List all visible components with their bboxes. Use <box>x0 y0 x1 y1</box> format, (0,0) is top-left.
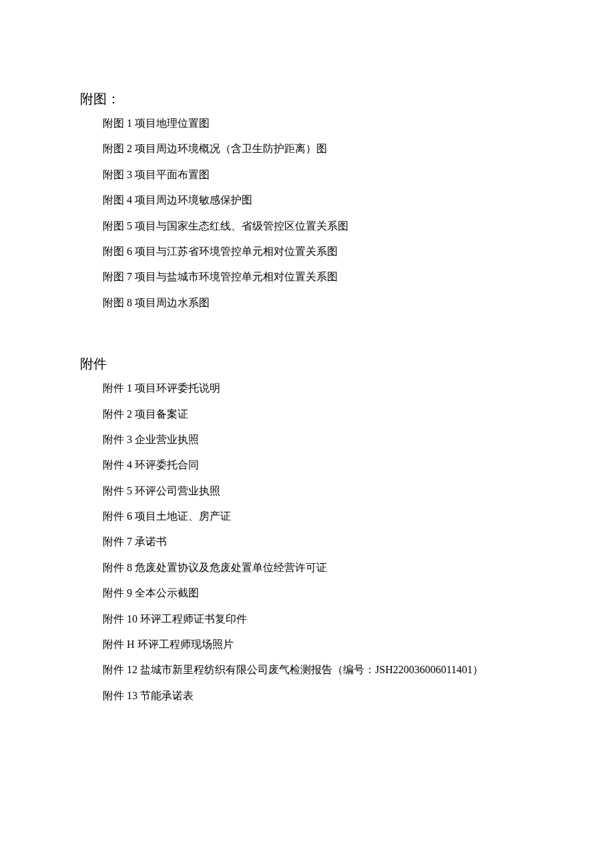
attachments-heading: 附件 <box>80 352 534 376</box>
list-item: 附图 6 项目与江苏省环境管控单元相对位置关系图 <box>80 239 534 264</box>
list-item: 附件 13 节能承诺表 <box>80 683 534 709</box>
list-item: 附件 4 环评委托合同 <box>80 452 534 478</box>
list-item: 附图 5 项目与国家生态红线、省级管控区位置关系图 <box>80 213 534 239</box>
figures-heading: 附图： <box>80 87 534 111</box>
list-item: 附图 7 项目与盐城市环境管控单元相对位置关系图 <box>80 264 534 290</box>
list-item: 附件 12 盐城市新里程纺织有限公司废气检测报告（编号：JSH220036006… <box>80 657 534 683</box>
list-item: 附图 2 项目周边环境概况（含卫生防护距离）图 <box>80 136 534 161</box>
list-item: 附件 H 环评工程师现场照片 <box>80 632 534 657</box>
document-page: 附图： 附图 1 项目地理位置图 附图 2 项目周边环境概况（含卫生防护距离）图… <box>80 87 534 709</box>
list-item: 附图 3 项目平面布置图 <box>80 162 534 187</box>
attachments-section: 附件 附件 1 项目环评委托说明 附件 2 项目备案证 附件 3 企业营业执照 … <box>80 352 534 709</box>
list-item: 附件 10 环评工程师证书复印件 <box>80 606 534 632</box>
list-item: 附图 4 项目周边环境敏感保护图 <box>80 187 534 213</box>
section-separator <box>80 316 534 352</box>
list-item: 附图 1 项目地理位置图 <box>80 111 534 136</box>
list-item: 附件 8 危废处置协议及危废处置单位经营许可证 <box>80 555 534 580</box>
list-item: 附件 3 企业营业执照 <box>80 427 534 452</box>
list-item: 附件 9 全本公示截图 <box>80 580 534 606</box>
list-item: 附件 1 项目环评委托说明 <box>80 376 534 401</box>
list-item: 附件 5 环评公司营业执照 <box>80 478 534 504</box>
list-item: 附件 2 项目备案证 <box>80 402 534 427</box>
list-item: 附件 6 项目土地证、房产证 <box>80 504 534 529</box>
figures-section: 附图： 附图 1 项目地理位置图 附图 2 项目周边环境概况（含卫生防护距离）图… <box>80 87 534 316</box>
list-item: 附图 8 项目周边水系图 <box>80 290 534 316</box>
list-item: 附件 7 承诺书 <box>80 529 534 554</box>
